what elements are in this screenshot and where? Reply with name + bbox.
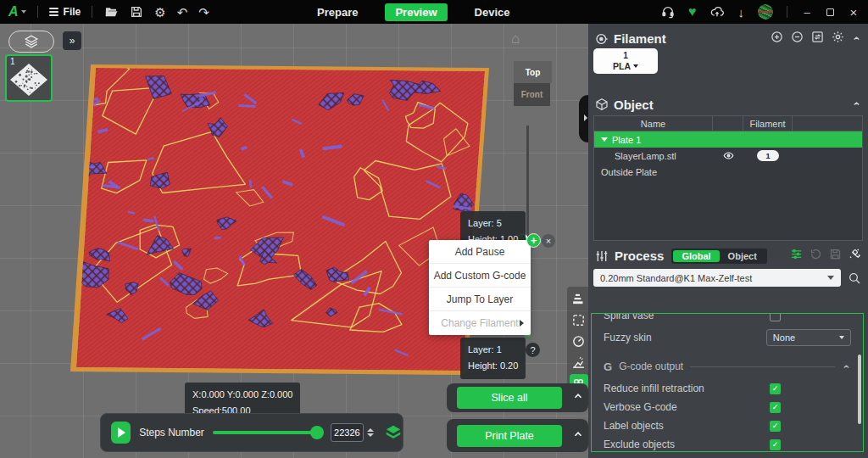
mode-tabs: Prepare Preview Device <box>307 0 520 24</box>
collapse-filament-icon[interactable] <box>852 31 861 47</box>
steps-slider-bar: Steps Number 22326 <box>100 413 403 452</box>
add-filament-icon[interactable] <box>771 31 783 47</box>
preview-viewport[interactable]: » 1 ⌂ Top Front Layer: 5 Height: 1.00 Ad… <box>0 24 588 458</box>
layer-marker-layer: Layer: 5 <box>468 215 518 232</box>
gcode-section-title: G-code output <box>619 360 683 372</box>
close-marker-button[interactable]: × <box>542 234 555 248</box>
row-filament-badge[interactable]: 1 <box>757 150 779 161</box>
steps-value-input[interactable]: 22326 <box>331 423 364 442</box>
settings-gear-icon[interactable]: ⚙ <box>154 6 165 19</box>
home-view-icon[interactable]: ⌂ <box>511 31 520 47</box>
parameter-table-icon[interactable] <box>790 248 803 264</box>
filament-settings-gear-icon[interactable] <box>832 31 844 47</box>
help-button[interactable]: ? <box>526 343 540 357</box>
setting-row-fuzzy-skin: Fuzzy skin None <box>592 325 863 350</box>
object-row-model[interactable]: SlayerLamp.stl 1 <box>594 148 862 164</box>
redo-icon[interactable]: ↷ <box>198 6 209 19</box>
print-plate-button[interactable]: Print Plate <box>457 425 562 447</box>
layer-slider-track-upper[interactable] <box>526 126 529 240</box>
seam-painting-icon[interactable] <box>570 353 588 371</box>
plate-list-toggle-button[interactable] <box>8 31 54 53</box>
save-icon[interactable] <box>129 5 143 20</box>
filament-header: Filament <box>588 24 868 50</box>
play-icon <box>118 427 125 438</box>
verbose-gcode-checkbox[interactable]: ✓ <box>770 402 781 413</box>
layer-bottom-height: Height: 0.20 <box>468 358 518 374</box>
viewcube-front[interactable]: Front <box>514 83 550 106</box>
object-cube-icon <box>595 98 609 111</box>
gcode-output-group-header[interactable]: G G-code output <box>592 354 863 379</box>
favorites-heart-icon[interactable]: ♥ <box>688 5 697 19</box>
line-type-legend-icon[interactable] <box>570 289 588 308</box>
filament-slot-card[interactable]: 1 PLA <box>593 48 658 74</box>
expand-plates-button[interactable]: » <box>63 31 81 50</box>
object-title: Object <box>614 98 654 112</box>
layer-context-menu: Add Pause Add Custom G-code Jump To Laye… <box>429 240 531 335</box>
slice-all-button[interactable]: Slice all <box>457 387 562 409</box>
support-headset-icon[interactable] <box>660 5 675 20</box>
exclude-objects-checkbox[interactable]: ✓ <box>770 439 781 450</box>
cloud-upload-icon[interactable] <box>710 5 725 20</box>
column-visibility <box>713 116 743 131</box>
steps-slider-knob[interactable] <box>310 426 324 439</box>
undo-icon[interactable]: ↶ <box>177 6 188 19</box>
plate-thumbnail-image <box>7 59 51 101</box>
settings-scrollbar[interactable] <box>858 355 861 424</box>
panel-collapse-handle[interactable] <box>579 95 588 142</box>
process-tab-global[interactable]: Global <box>673 250 719 262</box>
plate-thumbnail[interactable]: 1 <box>5 54 53 102</box>
slice-options-button[interactable] <box>572 390 584 405</box>
play-button[interactable] <box>111 422 131 444</box>
tab-prepare[interactable]: Prepare <box>307 3 368 21</box>
tab-device[interactable]: Device <box>465 3 520 21</box>
menu-item-add-custom-gcode[interactable]: Add Custom G-code <box>429 264 531 288</box>
setting-row-label-objects: Label objects ✓ <box>592 416 863 435</box>
menu-item-add-pause[interactable]: Add Pause <box>429 240 531 264</box>
collapse-group-icon[interactable] <box>842 362 851 371</box>
viewcube-top[interactable]: Top <box>514 61 552 83</box>
tree-expand-icon <box>601 137 608 142</box>
logo-letter: A <box>8 4 19 20</box>
remove-filament-icon[interactable] <box>791 31 804 47</box>
search-settings-icon[interactable] <box>848 271 861 285</box>
file-menu[interactable]: File <box>49 6 81 18</box>
calibration-plug-icon[interactable] <box>849 248 861 264</box>
app-logo[interactable]: A <box>8 4 26 20</box>
save-preset-icon[interactable] <box>829 248 842 264</box>
setting-row-reduce-infill-retraction: Reduce infill retraction ✓ <box>592 379 863 398</box>
label-objects-checkbox[interactable]: ✓ <box>770 421 781 432</box>
speed-gauge-icon[interactable] <box>570 332 588 350</box>
process-sliders-icon <box>595 249 609 263</box>
window-close-button[interactable]: × <box>848 5 860 20</box>
steps-stepper[interactable] <box>367 428 374 437</box>
tab-preview[interactable]: Preview <box>385 3 447 21</box>
window-restore-button[interactable] <box>826 8 834 16</box>
add-layer-marker-button[interactable]: + <box>526 233 541 248</box>
menu-item-jump-to-layer[interactable]: Jump To Layer <box>429 288 531 311</box>
reset-preset-icon[interactable] <box>810 248 822 264</box>
process-tab-object[interactable]: Object <box>720 250 765 262</box>
sync-filament-icon[interactable] <box>811 31 824 47</box>
object-section: Object Name Filament Plate 1 SlayerLamp.… <box>588 90 868 115</box>
menu-item-change-filament[interactable]: Change Filament <box>429 311 531 335</box>
selection-box-icon[interactable] <box>570 310 588 329</box>
window-minimize-button[interactable]: – <box>801 6 813 19</box>
open-folder-icon[interactable] <box>103 5 118 20</box>
download-icon[interactable]: ↓ <box>738 6 745 19</box>
stepper-up-icon <box>367 428 374 432</box>
steps-slider[interactable] <box>213 431 317 434</box>
filament-material: PLA <box>613 61 631 71</box>
object-row-outside-plate[interactable]: Outside Plate <box>594 164 862 180</box>
visibility-eye-icon[interactable] <box>713 150 743 161</box>
select-caret-icon <box>839 336 844 339</box>
reduce-infill-retraction-checkbox[interactable]: ✓ <box>770 383 781 394</box>
print-options-button[interactable] <box>572 428 584 444</box>
fuzzy-skin-select[interactable]: None <box>766 329 851 346</box>
process-preset-select[interactable]: 0.20mm Standard@K1 Max-Zelf-test <box>593 269 841 287</box>
user-avatar[interactable] <box>758 4 773 20</box>
collapse-object-icon[interactable] <box>852 97 861 112</box>
spiral-vase-checkbox[interactable] <box>770 313 781 321</box>
layers-range-icon[interactable] <box>384 423 403 442</box>
object-row-plate-1[interactable]: Plate 1 <box>594 131 862 148</box>
settings-panel: Filament 1 PLA Object <box>588 24 868 458</box>
